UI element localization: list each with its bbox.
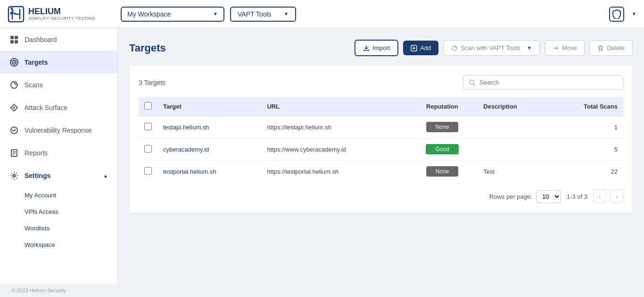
search-box[interactable] bbox=[463, 75, 623, 90]
svg-point-10 bbox=[13, 107, 15, 109]
table-footer: Rows per page: 10 25 50 1-3 of 3 ‹ › bbox=[139, 190, 623, 203]
import-icon bbox=[363, 45, 370, 51]
scan-chevron-icon: ▼ bbox=[527, 45, 532, 51]
row-checkbox[interactable] bbox=[144, 167, 152, 175]
next-page-button[interactable]: › bbox=[610, 190, 623, 203]
vpn-access-label: VPN Access bbox=[25, 208, 58, 215]
add-button[interactable]: Add bbox=[403, 41, 438, 55]
vuln-response-icon bbox=[9, 126, 19, 135]
sidebar-item-targets[interactable]: Targets bbox=[0, 51, 117, 74]
my-account-label: My Account bbox=[25, 192, 56, 199]
row-target[interactable]: testportal.helium.sh bbox=[157, 161, 261, 183]
brand-tagline: SIMPLIFY SECURITY TESTING bbox=[28, 16, 96, 21]
svg-rect-3 bbox=[15, 36, 18, 39]
sidebar-sub-wordlists[interactable]: Wordlists bbox=[0, 220, 117, 237]
svg-rect-5 bbox=[15, 40, 18, 43]
sidebar-sub-workspace[interactable]: Workspace bbox=[0, 237, 117, 253]
sidebar-sub-my-account[interactable]: My Account bbox=[0, 187, 117, 204]
workspace-sidebar-label: Workspace bbox=[25, 241, 55, 248]
page-header: Targets Import Add Scan with VAPT Tools … bbox=[129, 40, 633, 56]
settings-chevron-icon: ▲ bbox=[103, 173, 108, 178]
select-all-checkbox[interactable] bbox=[144, 102, 152, 110]
row-reputation: Good bbox=[407, 138, 478, 161]
header-actions: Import Add Scan with VAPT Tools ▼ Move bbox=[355, 40, 633, 56]
row-url: https://testportal.helium.sh bbox=[261, 161, 406, 183]
workspace-chevron-icon: ▼ bbox=[213, 11, 218, 17]
pagination: ‹ › bbox=[593, 190, 623, 203]
table-row: cyberacademy.id https://www.cyberacademy… bbox=[139, 138, 623, 161]
search-input[interactable] bbox=[479, 79, 617, 86]
row-description bbox=[478, 138, 550, 161]
col-header-total-scans: Total Scans bbox=[550, 97, 623, 116]
table-toolbar: 3 Targets bbox=[139, 75, 623, 90]
sidebar-settings-header[interactable]: Settings ▲ bbox=[0, 164, 117, 187]
navbar-center: My Workspace ▼ VAPT Tools ▼ bbox=[121, 7, 609, 22]
dashboard-icon bbox=[9, 35, 19, 44]
vapt-dropdown[interactable]: VAPT Tools ▼ bbox=[230, 7, 296, 22]
row-checkbox[interactable] bbox=[144, 123, 152, 130]
settings-icon bbox=[9, 171, 19, 180]
rows-per-page: Rows per page: 10 25 50 bbox=[489, 190, 561, 203]
sidebar-sub-vpn-access[interactable]: VPN Access bbox=[0, 204, 117, 220]
sidebar-item-vuln-response[interactable]: Vulnerability Response bbox=[0, 119, 117, 142]
prev-page-button[interactable]: ‹ bbox=[593, 190, 606, 203]
row-total-scans: 5 bbox=[550, 138, 623, 161]
svg-rect-2 bbox=[10, 36, 14, 39]
scan-icon bbox=[451, 45, 458, 51]
add-icon bbox=[411, 45, 417, 51]
row-total-scans: 1 bbox=[550, 116, 623, 138]
sidebar-item-reports[interactable]: Reports bbox=[0, 142, 117, 164]
page-title: Targets bbox=[129, 42, 166, 54]
search-icon bbox=[469, 79, 476, 86]
import-button[interactable]: Import bbox=[355, 40, 398, 56]
sidebar-item-dashboard[interactable]: Dashboard bbox=[0, 28, 117, 51]
workspace-label: My Workspace bbox=[127, 10, 171, 18]
sidebar-item-attack-surface[interactable]: Attack Surface bbox=[0, 96, 117, 119]
row-description: Test bbox=[478, 161, 550, 183]
row-target[interactable]: cyberacademy.id bbox=[157, 138, 261, 161]
scan-button[interactable]: Scan with VAPT Tools ▼ bbox=[443, 40, 539, 56]
navbar-shield-button[interactable] bbox=[609, 7, 624, 22]
vapt-label: VAPT Tools bbox=[238, 10, 272, 18]
move-icon bbox=[553, 45, 559, 51]
delete-icon bbox=[597, 45, 604, 51]
reports-icon bbox=[9, 148, 19, 158]
table-header-row: Target URL Reputation Description Total … bbox=[139, 97, 623, 116]
navbar-right: ▼ bbox=[609, 7, 636, 22]
svg-line-22 bbox=[474, 84, 476, 85]
rows-per-page-select[interactable]: 10 25 50 bbox=[536, 190, 561, 203]
row-checkbox[interactable] bbox=[144, 145, 152, 153]
footer-copyright: © 2023 Helium Security bbox=[11, 288, 66, 293]
targets-icon bbox=[9, 58, 19, 67]
row-url: https://www.cyberacademy.id bbox=[261, 138, 406, 161]
navbar-chevron-icon: ▼ bbox=[632, 11, 636, 17]
vapt-chevron-icon: ▼ bbox=[284, 11, 289, 17]
col-header-url: URL bbox=[261, 97, 406, 116]
main-content: Targets Import Add Scan with VAPT Tools … bbox=[118, 28, 644, 284]
delete-button[interactable]: Delete bbox=[589, 40, 633, 56]
sidebar: Dashboard Targets Scans Attack Surface V bbox=[0, 28, 118, 284]
row-url: https://testapi.helium.sh bbox=[261, 116, 406, 138]
row-reputation: None bbox=[407, 161, 478, 183]
app-body: Dashboard Targets Scans Attack Surface V bbox=[0, 28, 644, 284]
logo: HELIUM SIMPLIFY SECURITY TESTING bbox=[8, 6, 121, 23]
attack-surface-label: Attack Surface bbox=[25, 104, 67, 111]
row-reputation: None bbox=[407, 116, 478, 138]
targets-label: Targets bbox=[25, 59, 48, 66]
col-header-target: Target bbox=[157, 97, 261, 116]
shield-icon bbox=[612, 9, 621, 19]
navbar: HELIUM SIMPLIFY SECURITY TESTING My Work… bbox=[0, 0, 644, 28]
row-target[interactable]: testapi.helium.sh bbox=[157, 116, 261, 138]
workspace-dropdown[interactable]: My Workspace ▼ bbox=[121, 7, 224, 22]
brand-name: HELIUM bbox=[28, 7, 61, 16]
page-info: 1-3 of 3 bbox=[567, 193, 587, 200]
row-total-scans: 22 bbox=[550, 161, 623, 183]
scans-label: Scans bbox=[25, 81, 43, 89]
table-row: testportal.helium.sh https://testportal.… bbox=[139, 161, 623, 183]
svg-rect-4 bbox=[10, 40, 14, 43]
svg-point-16 bbox=[13, 175, 16, 177]
col-header-reputation: Reputation bbox=[407, 97, 478, 116]
sidebar-item-scans[interactable]: Scans bbox=[0, 74, 117, 96]
move-button[interactable]: Move bbox=[545, 40, 585, 56]
helium-logo-icon bbox=[8, 6, 25, 23]
